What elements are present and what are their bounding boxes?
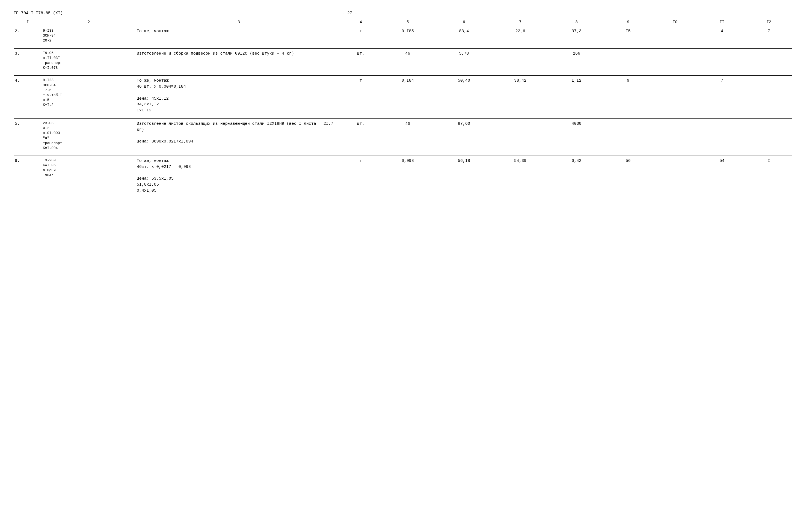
row-col11 xyxy=(698,48,745,72)
main-table: I 2 3 4 5 6 7 8 9 IO II I2 2.9-I33 ЗСН-8… xyxy=(14,18,792,195)
row-col12: I xyxy=(745,156,792,195)
row-unit: т xyxy=(342,76,379,115)
row-col5: 46 xyxy=(379,48,436,72)
row-code: 23-03 ч.2 п.0I-003 "а" транспорт K=I,094 xyxy=(42,118,136,152)
col-header-12: I2 xyxy=(745,18,792,26)
row-description: То же, монтаж xyxy=(136,26,342,45)
table-row: 3.I9-05 п.II-03I транспорт K=I,078Изгото… xyxy=(14,48,792,72)
col-header-4: 4 xyxy=(342,18,379,26)
row-col7: 38,42 xyxy=(492,76,548,115)
row-col10 xyxy=(652,156,699,195)
row-col8: 4030 xyxy=(548,118,605,152)
row-col10 xyxy=(652,48,699,72)
row-col5: 0,998 xyxy=(379,156,436,195)
row-col6: 83,4 xyxy=(436,26,492,45)
row-description: Изготовление листов скользящих из нержав… xyxy=(136,118,342,152)
col-header-9: 9 xyxy=(605,18,652,26)
row-col6: 5,78 xyxy=(436,48,492,72)
col-header-2: 2 xyxy=(42,18,136,26)
row-col8: 266 xyxy=(548,48,605,72)
row-unit: шт. xyxy=(342,48,379,72)
col-header-8: 8 xyxy=(548,18,605,26)
row-unit: шт. xyxy=(342,118,379,152)
row-col10 xyxy=(652,118,699,152)
row-description: Изготовление и сборка подвесок из стали … xyxy=(136,48,342,72)
row-col6: 87,60 xyxy=(436,118,492,152)
row-col5: 0,I84 xyxy=(379,76,436,115)
row-col7 xyxy=(492,118,548,152)
row-col7: 54,39 xyxy=(492,156,548,195)
row-col6: 50,40 xyxy=(436,76,492,115)
row-code: 9-I23 ЗСН-84 I7-6 т.ч.таб.I п.5 K=I,2 xyxy=(42,76,136,115)
page-number: - 27 - xyxy=(63,11,637,16)
col-header-11: II xyxy=(698,18,745,26)
row-col5: 46 xyxy=(379,118,436,152)
row-col9: 56 xyxy=(605,156,652,195)
table-row: 4.9-I23 ЗСН-84 I7-6 т.ч.таб.I п.5 K=I,2Т… xyxy=(14,76,792,115)
row-col12 xyxy=(745,118,792,152)
spacer-row xyxy=(14,152,792,156)
row-col12: 7 xyxy=(745,26,792,45)
row-col11: 7 xyxy=(698,76,745,115)
row-col5: 0,I85 xyxy=(379,26,436,45)
row-col8: 0,42 xyxy=(548,156,605,195)
row-description: То же, монтаж 46 шт. x 0,004=0,I84 Цена:… xyxy=(136,76,342,115)
spacer-row xyxy=(14,115,792,119)
row-col9 xyxy=(605,118,652,152)
row-unit: т xyxy=(342,26,379,45)
row-num: 2. xyxy=(14,26,42,45)
spacer-row xyxy=(14,45,792,49)
row-description: То же, монтаж 46шт. x 0,02I7 = 0,998 Цен… xyxy=(136,156,342,195)
row-code: 9-I33 ЗСН-84 20-2 xyxy=(42,26,136,45)
row-col11: 54 xyxy=(698,156,745,195)
row-col10 xyxy=(652,26,699,45)
row-code: I3-280 K=I,05 в цени I984г. xyxy=(42,156,136,195)
col-header-5: 5 xyxy=(379,18,436,26)
table-row: 6.I3-280 K=I,05 в цени I984г.То же, монт… xyxy=(14,156,792,195)
row-col9 xyxy=(605,48,652,72)
row-col9: I5 xyxy=(605,26,652,45)
row-col7 xyxy=(492,48,548,72)
row-num: 5. xyxy=(14,118,42,152)
row-num: 3. xyxy=(14,48,42,72)
row-col10 xyxy=(652,76,699,115)
table-header-row: I 2 3 4 5 6 7 8 9 IO II I2 xyxy=(14,18,792,26)
row-col12 xyxy=(745,48,792,72)
row-col12 xyxy=(745,76,792,115)
row-num: 6. xyxy=(14,156,42,195)
row-col8: 37,3 xyxy=(548,26,605,45)
row-code: I9-05 п.II-03I транспорт K=I,078 xyxy=(42,48,136,72)
spacer-row xyxy=(14,72,792,76)
col-header-1: I xyxy=(14,18,42,26)
row-col8: I,I2 xyxy=(548,76,605,115)
table-row: 5.23-03 ч.2 п.0I-003 "а" транспорт K=I,0… xyxy=(14,118,792,152)
row-col7: 22,6 xyxy=(492,26,548,45)
row-col11 xyxy=(698,118,745,152)
row-unit: т xyxy=(342,156,379,195)
col-header-7: 7 xyxy=(492,18,548,26)
document-title: ТП 704-I-I78.85 (XI) xyxy=(14,11,63,16)
row-num: 4. xyxy=(14,76,42,115)
table-row: 2.9-I33 ЗСН-84 20-2То же, монтажт0,I8583… xyxy=(14,26,792,45)
page-header: ТП 704-I-I78.85 (XI) - 27 - xyxy=(14,11,792,16)
col-header-6: 6 xyxy=(436,18,492,26)
col-header-10: IO xyxy=(652,18,699,26)
row-col6: 56,I8 xyxy=(436,156,492,195)
row-col9: 9 xyxy=(605,76,652,115)
row-col11: 4 xyxy=(698,26,745,45)
col-header-3: 3 xyxy=(136,18,342,26)
